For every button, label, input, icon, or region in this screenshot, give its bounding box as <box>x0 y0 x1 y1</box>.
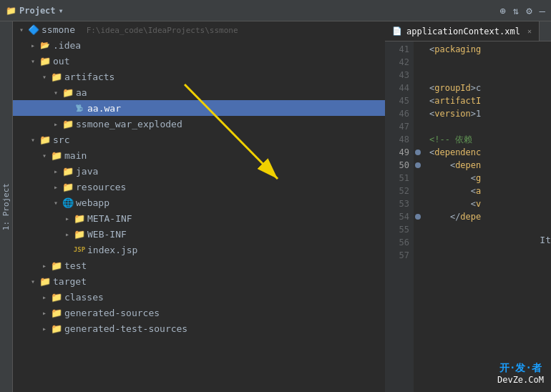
toolbar-dropdown-arrow[interactable]: ▾ <box>59 6 64 16</box>
line-numbers: 41 42 43 44 45 46 47 48 49 50 51 52 53 5… <box>385 41 414 392</box>
arrow-generated-test-sources[interactable] <box>39 325 50 333</box>
line-num-46: 46 <box>385 107 409 120</box>
settings-icon[interactable]: ⚙ <box>526 5 532 16</box>
tree-item-classes[interactable]: 📁 classes <box>13 289 385 305</box>
bookmark-54 <box>415 214 421 220</box>
tree-item-test[interactable]: 📁 test <box>13 258 385 273</box>
arrow-java[interactable] <box>50 167 62 175</box>
code-line-55 <box>429 223 551 236</box>
project-panel[interactable]: 🔷 ssmone F:\idea_code\IdeaProjects\ssmon… <box>13 21 385 392</box>
tree-item-generated-sources[interactable]: 📁 generated-sources <box>13 305 385 320</box>
meta-inf-label: META-INF <box>87 213 379 224</box>
arrow-meta-inf[interactable] <box>62 215 73 222</box>
arrow-test[interactable] <box>39 262 50 270</box>
generated-sources-folder-icon: 📁 <box>50 308 63 318</box>
gutter-48 <box>414 133 422 146</box>
out-folder-icon: 📁 <box>39 56 52 66</box>
watermark-bottom-text: DevZe.CoM <box>497 375 544 385</box>
arrow-classes[interactable] <box>39 293 50 301</box>
ssmone-label: ssmone F:\idea_code\IdeaProjects\ssmone <box>42 24 379 35</box>
webapp-label: webapp <box>76 197 379 208</box>
tree-item-resources[interactable]: 📁 resources <box>13 179 385 195</box>
code-line-45: <artifactI <box>429 94 551 107</box>
side-label-text: 1: Project <box>1 183 11 230</box>
arrow-src[interactable] <box>27 136 39 144</box>
ssmone-war-label: ssmone_war_exploded <box>76 119 379 129</box>
webapp-folder-icon: 🌐 <box>62 197 74 207</box>
locate-icon[interactable]: ⊕ <box>499 5 505 16</box>
war-file-icon: 🗜 <box>73 103 86 113</box>
main-layout: 1: Project 🔷 ssmone F:\idea_code\I <box>0 21 551 392</box>
java-folder-icon: 📁 <box>62 166 74 176</box>
resources-folder-icon: 📁 <box>62 182 74 192</box>
classes-label: classes <box>64 292 379 303</box>
tree-item-main[interactable]: 📁 main <box>13 147 385 163</box>
code-line-51: <g <box>429 172 551 185</box>
aa-label: aa <box>76 87 379 98</box>
line-num-52: 52 <box>385 185 409 197</box>
arrow-ssmone-war[interactable] <box>50 120 62 128</box>
tree-item-aa-war[interactable]: 🗜 aa.war <box>13 100 385 116</box>
arrow-resources[interactable] <box>50 183 62 191</box>
classes-folder-icon: 📁 <box>50 292 63 302</box>
line-num-57: 57 <box>385 249 409 262</box>
arrow-web-inf[interactable] <box>62 230 73 238</box>
gutter <box>414 41 422 392</box>
editor-tabs: 📄 applicationContext.xml ✕ <box>385 21 551 41</box>
side-panel-label[interactable]: 1: Project <box>0 21 13 392</box>
tree-item-ssmone-war-exploded[interactable]: 📁 ssmone_war_exploded <box>13 116 385 132</box>
gutter-44 <box>414 82 422 94</box>
gutter-54 <box>414 210 422 223</box>
arrow-idea[interactable] <box>27 41 39 49</box>
arrow-main[interactable] <box>39 152 50 160</box>
arrow-artifacts[interactable] <box>39 73 50 81</box>
code-line-54: </depe <box>429 210 551 223</box>
generated-test-sources-folder-icon: 📁 <box>50 323 63 333</box>
code-area[interactable]: 开·发·者 DevZe.CoM <packaging <groupId>c <a… <box>422 41 551 392</box>
arrow-generated-sources[interactable] <box>39 309 50 317</box>
tree-item-web-inf[interactable]: 📁 WEB-INF <box>13 226 385 242</box>
line-num-44: 44 <box>385 82 409 94</box>
code-line-43 <box>429 69 551 82</box>
tree-item-ssmone[interactable]: 🔷 ssmone F:\idea_code\IdeaProjects\ssmon… <box>13 21 385 37</box>
tree-item-artifacts[interactable]: 📁 artifacts <box>13 69 385 84</box>
target-folder-icon: 📁 <box>39 276 52 286</box>
line-num-54: 54 <box>385 210 409 223</box>
arrow-ssmone[interactable] <box>16 26 27 34</box>
test-folder-icon: 📁 <box>50 260 63 270</box>
arrow-aa[interactable] <box>50 89 62 97</box>
gutter-43 <box>414 69 422 82</box>
arrow-webapp[interactable] <box>50 199 62 207</box>
line-num-53: 53 <box>385 197 409 210</box>
tree-item-src[interactable]: 📁 src <box>13 132 385 147</box>
gutter-56 <box>414 236 422 249</box>
arrow-target[interactable] <box>27 278 39 285</box>
tree-item-index-jsp[interactable]: JSP index.jsp <box>13 242 385 258</box>
line-num-45: 45 <box>385 94 409 107</box>
tree-item-java[interactable]: 📁 java <box>13 163 385 179</box>
gutter-52 <box>414 185 422 197</box>
tree-item-idea[interactable]: 📂 .idea <box>13 37 385 53</box>
line-num-48: 48 <box>385 133 409 146</box>
module-icon: 🔷 <box>27 24 40 34</box>
tree-item-target[interactable]: 📁 target <box>13 273 385 289</box>
editor-tab-application-context[interactable]: 📄 applicationContext.xml ✕ <box>385 21 540 41</box>
src-label: src <box>53 134 379 145</box>
tab-close-button[interactable]: ✕ <box>527 27 532 35</box>
sort-icon[interactable]: ⇅ <box>513 5 519 16</box>
tree-item-aa[interactable]: 📁 aa <box>13 84 385 100</box>
out-label: out <box>53 56 379 67</box>
tree-item-generated-test-sources[interactable]: 📁 generated-test-sources <box>13 320 385 336</box>
tree-item-meta-inf[interactable]: 📁 META-INF <box>13 210 385 226</box>
gutter-57 <box>414 249 422 262</box>
idea-folder-icon: 📂 <box>39 40 52 50</box>
editor-content[interactable]: 41 42 43 44 45 46 47 48 49 50 51 52 53 5… <box>385 41 551 392</box>
tree-item-webapp[interactable]: 🌐 webapp <box>13 195 385 210</box>
arrow-out[interactable] <box>27 57 39 65</box>
minimize-icon[interactable]: — <box>540 5 545 16</box>
code-line-47 <box>429 120 551 133</box>
line-num-41: 41 <box>385 43 409 56</box>
tree-item-out[interactable]: 📁 out <box>13 53 385 69</box>
toolbar-title-label: Project <box>19 6 56 16</box>
code-line-57 <box>429 249 551 262</box>
